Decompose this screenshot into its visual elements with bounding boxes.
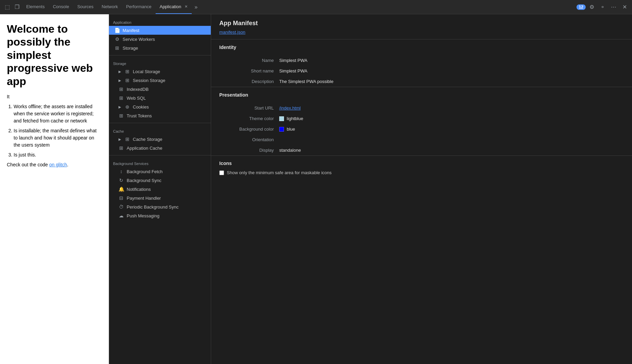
list-item: Works offline; the assets are installed … <box>14 103 102 125</box>
arrow-icon: ▶ <box>118 79 121 82</box>
bg-color-label: Background color <box>219 127 274 132</box>
more-icon[interactable]: ⋯ <box>609 2 619 12</box>
tab-elements[interactable]: Elements <box>22 0 49 14</box>
bg-sync-icon: ↻ <box>118 178 124 183</box>
websql-icon: ⊞ <box>118 95 124 101</box>
close-icon[interactable]: ✕ <box>620 2 629 12</box>
name-value: Simplest PWA <box>279 58 307 63</box>
cache-storage-icon: ⊞ <box>125 136 130 142</box>
orientation-row: Orientation <box>211 134 632 145</box>
sidebar-item-cookies[interactable]: ▶ ⊛ Cookies <box>109 102 211 111</box>
sidebar-item-indexeddb[interactable]: ⊞ IndexedDB <box>109 85 211 94</box>
short-name-label: Short name <box>219 68 274 73</box>
device-icon[interactable]: ❐ <box>13 2 21 12</box>
display-value: standalone <box>279 148 301 153</box>
identity-header: Identity <box>211 39 632 55</box>
bg-color-row: Background color blue <box>211 124 632 134</box>
orientation-label: Orientation <box>219 137 274 142</box>
sidebar-item-notifications[interactable]: 🔔 Notifications <box>109 185 211 194</box>
arrow-icon: ▶ <box>118 70 121 73</box>
list-item: Is just this. <box>14 151 102 159</box>
short-name-value: Simplest PWA <box>279 68 307 73</box>
sidebar-item-bg-fetch[interactable]: ↕ Background Fetch <box>109 167 211 176</box>
periodic-bg-sync-icon: ⏱ <box>118 204 124 210</box>
sidebar-item-trust-tokens[interactable]: ⊞ Trust Tokens <box>109 111 211 120</box>
theme-color-value: lightblue <box>279 116 303 121</box>
sidebar-item-session-storage[interactable]: ▶ ⊞ Session Storage <box>109 76 211 85</box>
user-icon[interactable]: ⚬ <box>598 2 607 12</box>
sidebar-item-payment-handler[interactable]: ⊟ Payment Handler <box>109 194 211 202</box>
display-label: Display <box>219 148 274 153</box>
icons-section: Icons Show only the minimum safe area fo… <box>211 156 632 180</box>
name-label: Name <box>219 58 274 63</box>
manifest-file-link[interactable]: manifest.json <box>219 30 246 35</box>
maskable-icons-checkbox[interactable] <box>219 170 224 175</box>
sidebar-divider <box>109 55 211 55</box>
indexeddb-icon: ⊞ <box>118 86 124 92</box>
tab-console[interactable]: Console <box>49 0 73 14</box>
sidebar-item-local-storage[interactable]: ▶ ⊞ Local Storage <box>109 67 211 76</box>
service-workers-icon: ⚙ <box>114 36 120 42</box>
topbar-right: 12 ⚙ ⚬ ⋯ ✕ <box>576 2 629 12</box>
glitch-link[interactable]: on glitch <box>49 162 67 167</box>
storage-icon: ⊞ <box>114 45 120 51</box>
sidebar-item-cache-storage[interactable]: ▶ ⊞ Cache Storage <box>109 135 211 144</box>
main-area: Welcome to possibly the simplest progres… <box>0 14 632 364</box>
presentation-section: Presentation Start URL /index.html Theme… <box>211 87 632 156</box>
devtools-topbar: ⬚ ❐ Elements Console Sources Network Per… <box>0 0 632 14</box>
list-item: Is installable; the manifest defines wha… <box>14 127 102 149</box>
name-row: Name Simplest PWA <box>211 55 632 66</box>
local-storage-icon: ⊞ <box>125 69 130 74</box>
devtools-panel: Application 📄 Manifest ⚙ Service Workers… <box>109 14 632 364</box>
bg-color-value: blue <box>279 127 295 132</box>
manifest-content: App Manifest manifest.json Identity Name… <box>211 14 632 364</box>
sidebar-item-manifest[interactable]: 📄 Manifest <box>109 26 211 35</box>
storage-section-label: Storage <box>109 58 211 67</box>
trust-tokens-icon: ⊞ <box>118 113 124 118</box>
page-body: It Works offline; the assets are install… <box>7 93 102 168</box>
more-tabs-icon[interactable]: » <box>192 3 200 12</box>
cursor-icon[interactable]: ⬚ <box>3 2 12 12</box>
sidebar-item-push-messaging[interactable]: ☁ Push Messaging <box>109 211 211 220</box>
start-url-label: Start URL <box>219 105 274 111</box>
maskable-icons-label: Show only the minimum safe area for mask… <box>227 170 332 175</box>
tab-network[interactable]: Network <box>98 0 122 14</box>
tab-close-icon[interactable]: ✕ <box>185 4 188 9</box>
sidebar-divider-2 <box>109 123 211 123</box>
sidebar-item-bg-sync[interactable]: ↻ Background Sync <box>109 176 211 185</box>
start-url-value: /index.html <box>279 105 301 111</box>
sidebar-item-service-workers[interactable]: ⚙ Service Workers <box>109 35 211 44</box>
notifications-icon: 🔔 <box>118 186 124 192</box>
description-row: Description The Simplest PWA possible <box>211 76 632 87</box>
bg-color-swatch[interactable] <box>279 127 284 132</box>
sidebar-divider-3 <box>109 155 211 155</box>
settings-icon[interactable]: ⚙ <box>587 2 597 12</box>
page-title: Welcome to possibly the simplest progres… <box>7 22 102 88</box>
display-row: Display standalone <box>211 145 632 155</box>
sidebar-item-storage[interactable]: ⊞ Storage <box>109 44 211 52</box>
notifications-badge[interactable]: 12 <box>576 4 586 10</box>
tab-sources[interactable]: Sources <box>73 0 98 14</box>
description-value: The Simplest PWA possible <box>279 79 333 84</box>
tab-list: Elements Console Sources Network Perform… <box>22 0 192 14</box>
short-name-row: Short name Simplest PWA <box>211 66 632 76</box>
page-intro: It <box>7 93 102 100</box>
sidebar: Application 📄 Manifest ⚙ Service Workers… <box>109 14 211 364</box>
arrow-icon: ▶ <box>118 137 121 141</box>
tab-performance[interactable]: Performance <box>122 0 155 14</box>
identity-section: Identity Name Simplest PWA Short name Si… <box>211 39 632 87</box>
start-url-link[interactable]: /index.html <box>279 105 301 111</box>
manifest-icon: 📄 <box>114 28 120 33</box>
theme-color-label: Theme color <box>219 116 274 121</box>
bg-fetch-icon: ↕ <box>118 169 124 174</box>
sidebar-item-websql[interactable]: ⊞ Web SQL <box>109 94 211 102</box>
tab-application[interactable]: Application ✕ <box>156 0 192 14</box>
page-list: Works offline; the assets are installed … <box>7 103 102 159</box>
app-section-label: Application <box>109 17 211 26</box>
app-cache-icon: ⊞ <box>118 145 124 151</box>
theme-color-swatch[interactable] <box>279 116 284 121</box>
start-url-row: Start URL /index.html <box>211 103 632 113</box>
sidebar-item-app-cache[interactable]: ⊞ Application Cache <box>109 144 211 152</box>
presentation-header: Presentation <box>211 87 632 103</box>
sidebar-item-periodic-bg-sync[interactable]: ⏱ Periodic Background Sync <box>109 202 211 211</box>
